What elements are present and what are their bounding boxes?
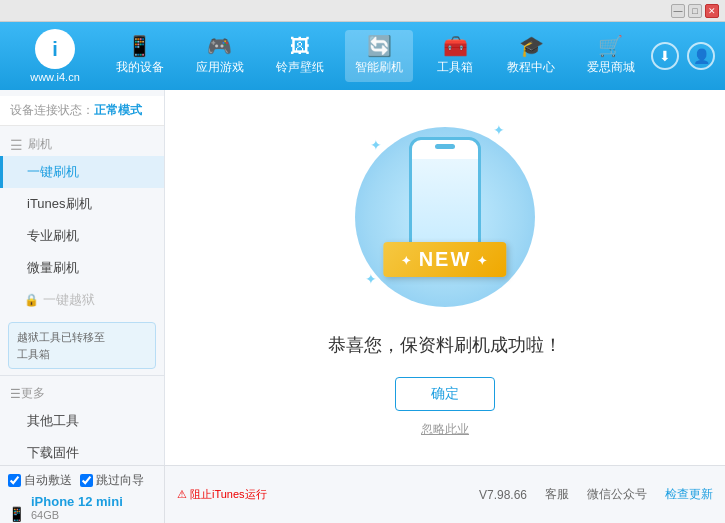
wallpaper-icon: 🖼 <box>290 36 310 56</box>
nav-apps[interactable]: 🎮 应用游戏 <box>186 30 254 82</box>
status-bar: 设备连接状态：正常模式 <box>0 96 164 126</box>
new-banner: NEW <box>383 242 506 277</box>
bottom-right-panel: ⚠ 阻止iTunes运行 V7.98.66 客服 微信公众号 检查更新 <box>165 466 725 523</box>
titlebar: — □ ✕ <box>0 0 725 22</box>
itunes-notice: ⚠ 阻止iTunes运行 <box>177 487 267 502</box>
download-firm-label: 下载固件 <box>27 445 79 460</box>
nav-tutorials[interactable]: 🎓 教程中心 <box>497 30 565 82</box>
itunes-notice-text: 阻止iTunes运行 <box>190 487 267 502</box>
nav-store[interactable]: 🛒 爱思商城 <box>577 30 645 82</box>
maximize-btn[interactable]: □ <box>688 4 702 18</box>
phone-small-icon: 📱 <box>8 506 25 522</box>
confirm-button[interactable]: 确定 <box>395 377 495 411</box>
user-btn[interactable]: 👤 <box>687 42 715 70</box>
nav-tutorials-label: 教程中心 <box>507 59 555 76</box>
download-btn[interactable]: ⬇ <box>651 42 679 70</box>
bottom-left-panel: 自动敷送 跳过向导 📱 iPhone 12 mini 64GB Down-12m… <box>0 466 165 523</box>
device-name: iPhone 12 mini <box>31 494 123 509</box>
sparkle-2: ✦ <box>493 122 505 138</box>
sidebar-item-download-firm[interactable]: 下载固件 <box>0 437 164 465</box>
device-row: 📱 iPhone 12 mini 64GB Down-12mini-13,1 <box>8 494 156 523</box>
nav-items: 📱 我的设备 🎮 应用游戏 🖼 铃声壁纸 🔄 智能刷机 🧰 工具箱 🎓 教程中心… <box>100 22 651 90</box>
nav-smart-flash[interactable]: 🔄 智能刷机 <box>345 30 413 82</box>
logo-icon: i <box>35 29 75 69</box>
skip-link[interactable]: 忽略此业 <box>421 421 469 438</box>
skip-wizard-checkbox[interactable] <box>80 474 93 487</box>
warning-icon: ⚠ <box>177 488 187 501</box>
content-row: 设备连接状态：正常模式 ☰ 刷机 一键刷机 iTunes刷机 专业刷机 微量刷机… <box>0 90 725 465</box>
lock-icon: 🔒 <box>24 293 39 307</box>
support-link[interactable]: 客服 <box>545 486 569 503</box>
section2-icon: ☰ <box>10 387 21 401</box>
wechat-link[interactable]: 微信公众号 <box>587 486 647 503</box>
nav-wallpaper-label: 铃声壁纸 <box>276 59 324 76</box>
checkboxes: 自动敷送 跳过向导 <box>8 472 156 489</box>
status-value: 正常模式 <box>94 103 142 117</box>
auto-deliver-text: 自动敷送 <box>24 472 72 489</box>
skip-wizard-label[interactable]: 跳过向导 <box>80 472 144 489</box>
nav-toolbox[interactable]: 🧰 工具箱 <box>425 30 485 82</box>
phone-notch <box>435 144 455 149</box>
main-content: ✦ ✦ ✦ NEW 恭喜您，保资料刷机成功啦！ 确定 忽略此业 <box>165 90 725 465</box>
logo-text: www.i4.cn <box>30 71 80 83</box>
one-key-flash-label: 一键刷机 <box>27 164 79 179</box>
sparkle-3: ✦ <box>365 271 377 287</box>
nav-apps-label: 应用游戏 <box>196 59 244 76</box>
apps-icon: 🎮 <box>207 36 232 56</box>
section2-header: ☰ 更多 <box>0 380 164 405</box>
sidebar: 设备连接状态：正常模式 ☰ 刷机 一键刷机 iTunes刷机 专业刷机 微量刷机… <box>0 90 165 465</box>
notice-text: 越狱工具已转移至 工具箱 <box>17 331 105 360</box>
sidebar-item-other-tools[interactable]: 其他工具 <box>0 405 164 437</box>
toolbox-icon: 🧰 <box>443 36 468 56</box>
nav-my-device-label: 我的设备 <box>116 59 164 76</box>
tutorials-icon: 🎓 <box>519 36 544 56</box>
device-block: iPhone 12 mini 64GB Down-12mini-13,1 <box>31 494 123 523</box>
nav-my-device[interactable]: 📱 我的设备 <box>106 30 174 82</box>
sidebar-item-jailbreak: 🔒 一键越狱 <box>0 284 164 316</box>
section2-label: 更多 <box>21 385 45 402</box>
nav-smart-flash-label: 智能刷机 <box>355 59 403 76</box>
device-size: 64GB <box>31 509 123 521</box>
jailbreak-label: 一键越狱 <box>43 291 95 309</box>
pro-flash-label: 专业刷机 <box>27 228 79 243</box>
section1-label: 刷机 <box>28 136 52 153</box>
nav-right: ⬇ 👤 <box>651 42 715 70</box>
phone-illustration: ✦ ✦ ✦ NEW <box>355 117 535 317</box>
skip-wizard-text: 跳过向导 <box>96 472 144 489</box>
header: i www.i4.cn 📱 我的设备 🎮 应用游戏 🖼 铃声壁纸 🔄 智能刷机 … <box>0 22 725 90</box>
sidebar-item-one-key-flash[interactable]: 一键刷机 <box>0 156 164 188</box>
other-tools-label: 其他工具 <box>27 413 79 428</box>
sidebar-item-pro-flash[interactable]: 专业刷机 <box>0 220 164 252</box>
dfu-flash-label: 微量刷机 <box>27 260 79 275</box>
section1-icon: ☰ <box>10 137 23 153</box>
success-text: 恭喜您，保资料刷机成功啦！ <box>328 333 562 357</box>
status-label: 设备连接状态： <box>10 103 94 117</box>
sparkle-1: ✦ <box>370 137 382 153</box>
sidebar-item-dfu-flash[interactable]: 微量刷机 <box>0 252 164 284</box>
close-btn[interactable]: ✕ <box>705 4 719 18</box>
auto-deliver-checkbox[interactable] <box>8 474 21 487</box>
bottom-area: 自动敷送 跳过向导 📱 iPhone 12 mini 64GB Down-12m… <box>0 465 725 523</box>
itunes-flash-label: iTunes刷机 <box>27 196 92 211</box>
auto-deliver-label[interactable]: 自动敷送 <box>8 472 72 489</box>
nav-toolbox-label: 工具箱 <box>437 59 473 76</box>
version-text: V7.98.66 <box>479 488 527 502</box>
minimize-btn[interactable]: — <box>671 4 685 18</box>
section1-header: ☰ 刷机 <box>0 130 164 156</box>
nav-wallpaper[interactable]: 🖼 铃声壁纸 <box>266 30 334 82</box>
logo-area: i www.i4.cn <box>10 29 100 83</box>
notice-box: 越狱工具已转移至 工具箱 <box>8 322 156 369</box>
update-link[interactable]: 检查更新 <box>665 486 713 503</box>
sidebar-item-itunes-flash[interactable]: iTunes刷机 <box>0 188 164 220</box>
my-device-icon: 📱 <box>127 36 152 56</box>
body: 设备连接状态：正常模式 ☰ 刷机 一键刷机 iTunes刷机 专业刷机 微量刷机… <box>0 90 725 523</box>
nav-store-label: 爱思商城 <box>587 59 635 76</box>
bottom-links: V7.98.66 客服 微信公众号 检查更新 <box>479 486 713 503</box>
smart-flash-icon: 🔄 <box>367 36 392 56</box>
store-icon: 🛒 <box>598 36 623 56</box>
divider <box>0 375 164 376</box>
